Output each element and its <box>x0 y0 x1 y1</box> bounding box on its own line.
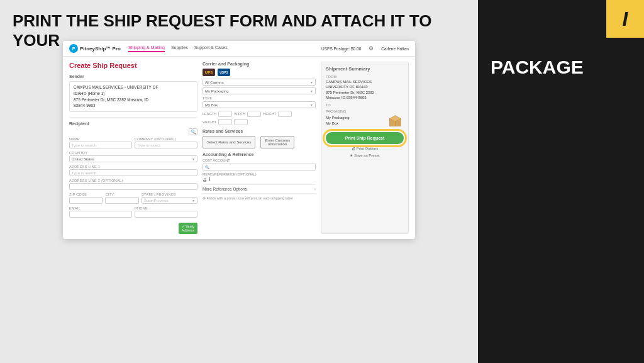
more-reference-row[interactable]: More Reference Options › <box>203 184 316 194</box>
city-input[interactable] <box>105 197 138 204</box>
country-label: COUNTRY <box>69 151 197 155</box>
print-options-row[interactable]: 🖨 Print Options <box>326 147 404 150</box>
sender-info: CAMPUS MAIL SERVICES - UNIVERSITY OFIDAH… <box>69 81 197 112</box>
height-label: HEIGHT <box>263 112 276 116</box>
right-title: PACKAGE <box>491 57 584 79</box>
memo-label: MEMO/REFERENCE (optional) <box>203 172 316 176</box>
page-title: Create Ship Request <box>69 62 197 69</box>
footer-note: ⊕ Fields with a printer icon will print … <box>203 196 316 200</box>
name-input[interactable]: Type to search <box>69 142 132 148</box>
country-field: COUNTRY United States ▼ <box>69 151 197 162</box>
chevron-down-icon: ▼ <box>192 157 195 161</box>
chevron-down-icon: ▼ <box>310 89 313 93</box>
nav-user: Carlene Hattan <box>381 47 409 51</box>
address1-label: ADDRESS LINE 1 <box>69 165 197 169</box>
carrier-title: Carrier and Packaging <box>203 62 316 66</box>
packaging-select[interactable]: My Packaging ▼ <box>203 87 316 94</box>
city-field: CITY <box>105 193 138 204</box>
width-input[interactable] <box>247 111 261 117</box>
company-field: COMPANY (optional) Type to select <box>135 137 197 148</box>
state-field: STATE / PROVINCE State/Province ▼ <box>142 193 197 204</box>
uid-logo-text: I <box>623 8 628 31</box>
dimensions-row: LENGTH WIDTH HEIGHT <box>203 111 316 117</box>
height-input[interactable] <box>278 111 292 117</box>
more-ref-text: More Reference Options <box>203 187 247 191</box>
nav-logo: P PitneyShip™ Pro <box>69 44 121 53</box>
address1-placeholder: Type to search <box>72 171 96 175</box>
from-value: CAMPUS MAIL SERVICESUNIVERSITY OF IDAHO8… <box>326 79 404 101</box>
nav-bar: P PitneyShip™ Pro Shipping & Mailing Sup… <box>63 41 415 57</box>
state-select[interactable]: State/Province ▼ <box>142 197 197 204</box>
address2-label: ADDRESS LINE 2 (optional) <box>69 179 197 182</box>
packaging-value: My Packaging <box>205 89 229 93</box>
memo-icons-row: 🖨 ℹ <box>203 177 316 182</box>
weight-row: Weight <box>203 119 316 125</box>
company-label: COMPANY (optional) <box>135 137 197 141</box>
name-field: NAME Type to search <box>69 137 132 148</box>
country-select[interactable]: United States ▼ <box>69 155 197 162</box>
phone-field: PHONE <box>135 206 197 218</box>
nav-support[interactable]: Support & Cases <box>194 45 228 52</box>
ups-logo: UPS <box>203 69 215 76</box>
to-label: TO <box>326 103 404 107</box>
summary-title: Shipment Summary <box>326 66 404 72</box>
from-label: FROM <box>326 75 404 79</box>
address1-input[interactable]: Type to search <box>69 169 197 176</box>
cost-account-label: COST ACCOUNT <box>203 159 316 162</box>
recipient-label: Recipient <box>69 121 197 126</box>
summary-panel: Shipment Summary FROM CAMPUS MAIL SERVIC… <box>321 62 409 234</box>
info-icon: ℹ <box>209 177 211 182</box>
type-value: My Box <box>205 103 218 107</box>
email-input[interactable] <box>69 211 132 218</box>
sender-label: Sender <box>69 74 197 79</box>
type-select[interactable]: My Box ▼ <box>203 101 316 108</box>
save-preset-row[interactable]: ★ Save as Preset <box>326 153 404 157</box>
length-label: LENGTH <box>203 112 216 116</box>
chevron-right-icon: › <box>314 187 316 191</box>
uid-logo: I <box>606 0 644 38</box>
all-carriers-value: All Carriers <box>205 81 224 84</box>
enter-customs-button[interactable]: Enter CustomsInformation <box>260 136 294 148</box>
email-phone-row: EMAIL PHONE <box>69 206 197 218</box>
zip-field: ZIP CODE <box>69 193 103 204</box>
email-field: EMAIL <box>69 206 132 218</box>
city-label: CITY <box>105 193 138 196</box>
save-preset-text: ★ Save as Preset <box>350 153 379 157</box>
company-input[interactable]: Type to select <box>135 142 197 148</box>
right-side-panel: I PACKAGE <box>478 0 644 363</box>
weight-lb-input[interactable] <box>218 119 232 125</box>
printer-icon: 🖨 <box>203 177 207 182</box>
packaging-value: My PackagingMy Box <box>326 115 350 126</box>
address2-input[interactable] <box>69 183 197 190</box>
email-label: EMAIL <box>69 206 132 210</box>
search-icon[interactable]: 🔍 <box>189 128 197 135</box>
packaging-row: My PackagingMy Box <box>326 114 404 127</box>
phone-input[interactable] <box>135 211 197 218</box>
weight-oz-input[interactable] <box>234 119 248 125</box>
carrier-logos: UPS USPS <box>203 69 316 76</box>
company-placeholder: Type to select <box>137 143 160 147</box>
browser-window: P PitneyShip™ Pro Shipping & Mailing Sup… <box>63 41 415 239</box>
width-label: WIDTH <box>234 112 245 116</box>
state-label: STATE / PROVINCE <box>142 193 197 196</box>
all-carriers-select[interactable]: All Carriers ▼ <box>203 79 316 86</box>
gear-icon[interactable]: ⚙ <box>369 45 374 52</box>
nav-supplies[interactable]: Supplies <box>171 45 188 52</box>
zip-label: ZIP CODE <box>69 193 103 196</box>
nav-menu: Shipping & Mailing Supplies Support & Ca… <box>128 45 314 52</box>
select-rates-button[interactable]: Select Rates and Services <box>203 136 255 148</box>
country-value: United States <box>72 157 94 161</box>
zip-city-state-row: ZIP CODE CITY STATE / PROVINCE State/Pro… <box>69 193 197 204</box>
right-title-text: PACKAGE <box>491 57 584 77</box>
nav-shipping[interactable]: Shipping & Mailing <box>128 45 165 52</box>
pitney-icon: P <box>69 44 78 53</box>
packaging-label: PACKAGING <box>326 109 404 113</box>
verify-address-button[interactable]: ✓ VerifyAddress <box>179 223 197 234</box>
length-input[interactable] <box>218 111 232 117</box>
box-icon <box>389 114 404 127</box>
cost-account-input[interactable]: 🔍 <box>203 164 316 170</box>
print-ship-request-button[interactable]: Print Ship Request <box>326 132 404 144</box>
carrier-panel: Carrier and Packaging UPS USPS All Carri… <box>203 62 316 234</box>
name-label: NAME <box>69 137 132 141</box>
zip-input[interactable] <box>69 197 103 204</box>
